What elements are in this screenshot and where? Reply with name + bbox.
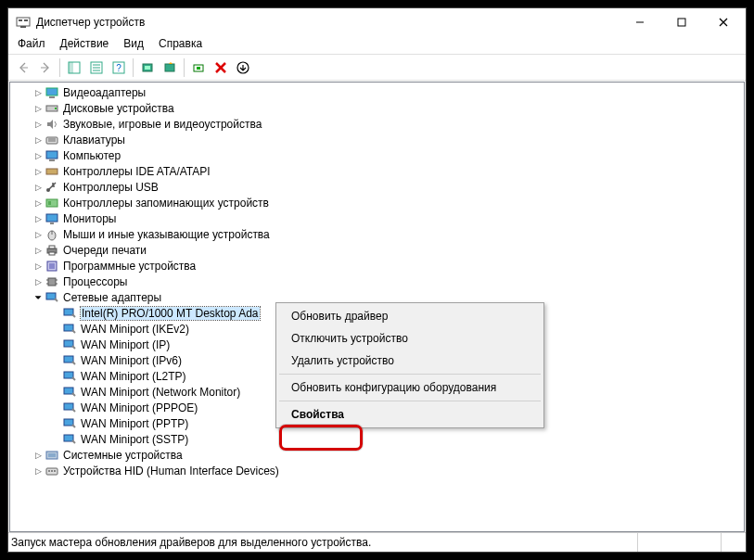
expand-icon[interactable]: ▷ [32, 260, 45, 273]
menu-action[interactable]: Действие [53, 36, 117, 54]
disk-icon [45, 101, 59, 116]
scan-button[interactable] [137, 57, 158, 78]
svg-rect-54 [64, 309, 73, 315]
svg-rect-48 [48, 278, 56, 286]
svg-rect-59 [64, 388, 73, 394]
sound-icon [45, 117, 59, 132]
device-tree[interactable]: ▷Видеоадаптеры ▷Дисковые устройства ▷Зву… [9, 82, 745, 532]
show-hide-button[interactable] [64, 57, 84, 78]
nic-icon [62, 353, 77, 368]
expand-icon[interactable]: ▷ [32, 86, 45, 99]
svg-rect-1 [19, 19, 22, 21]
menu-help[interactable]: Справка [151, 36, 210, 54]
toolbar-separator [184, 58, 185, 77]
svg-rect-5 [678, 19, 685, 26]
svg-rect-0 [17, 18, 30, 26]
svg-rect-3 [20, 26, 26, 28]
svg-rect-55 [64, 325, 73, 331]
minimize-button[interactable] [619, 9, 660, 35]
tree-node-system[interactable]: ▷Системные устройства [14, 447, 740, 463]
expand-icon[interactable]: ▷ [32, 212, 45, 225]
svg-point-66 [48, 470, 50, 472]
tree-node-storage[interactable]: ▷Контроллеры запоминающих устройств [14, 195, 740, 210]
ctx-uninstall-device[interactable]: Удалить устройство [278, 350, 542, 372]
tree-node-keyboard[interactable]: ▷Клавиатуры [14, 132, 740, 147]
svg-rect-38 [48, 201, 51, 205]
tree-node-computer[interactable]: ▷Компьютер [14, 147, 740, 163]
expand-icon[interactable]: ▷ [32, 181, 45, 194]
help-toolbar-button[interactable]: ? [109, 57, 129, 78]
window-title: Диспетчер устройств [36, 16, 619, 29]
nic-icon [62, 337, 77, 352]
tree-node-print[interactable]: ▷Очереди печати [14, 242, 740, 258]
expand-icon[interactable]: ▷ [32, 465, 45, 477]
nic-icon [62, 306, 77, 321]
install-button[interactable] [188, 57, 209, 78]
expand-icon[interactable]: ▷ [32, 197, 45, 210]
tree-node-mouse[interactable]: ▷Мыши и иные указывающие устройства [14, 226, 740, 242]
tree-node-cpu[interactable]: ▷Процессоры [14, 274, 740, 289]
ctx-scan-hardware[interactable]: Обновить конфигурацию оборудования [278, 376, 542, 399]
svg-rect-2 [24, 19, 28, 21]
menu-file[interactable]: Файл [10, 36, 53, 54]
software-icon [45, 259, 59, 274]
expand-icon[interactable]: ▷ [32, 134, 45, 146]
svg-rect-27 [49, 96, 55, 98]
expand-icon[interactable]: ▷ [32, 228, 45, 241]
collapse-icon[interactable]: ⏷ [32, 291, 45, 304]
svg-rect-58 [64, 372, 73, 378]
monitor-icon [45, 211, 59, 226]
svg-rect-53 [46, 293, 56, 299]
svg-rect-45 [49, 252, 55, 255]
cpu-icon [45, 274, 59, 289]
ctx-properties[interactable]: Свойства [278, 403, 542, 426]
tree-node-usb[interactable]: ▷Контроллеры USB [14, 179, 740, 195]
uninstall-button[interactable] [211, 57, 231, 78]
expand-icon[interactable]: ▷ [32, 149, 45, 162]
svg-rect-56 [64, 340, 73, 347]
tree-node-hid[interactable]: ▷Устройства HID (Human Interface Devices… [14, 463, 740, 478]
hid-icon [45, 464, 59, 478]
maximize-button[interactable] [660, 9, 702, 35]
status-text: Запуск мастера обновления драйверов для … [11, 536, 371, 549]
back-button[interactable] [13, 57, 33, 78]
forward-button[interactable] [35, 57, 56, 78]
expand-icon[interactable]: ▷ [32, 275, 45, 288]
titlebar: Диспетчер устройств [8, 8, 746, 36]
close-button[interactable] [702, 9, 744, 35]
properties-toolbar-button[interactable] [86, 57, 107, 78]
svg-text:?: ? [116, 63, 121, 73]
tree-node-video[interactable]: ▷Видеоадаптеры [14, 84, 740, 100]
statusbar: Запуск мастера обновления драйверов для … [8, 532, 746, 552]
ide-icon [45, 164, 59, 179]
svg-rect-33 [46, 151, 58, 159]
update-button[interactable] [160, 57, 180, 78]
tree-node-software[interactable]: ▷Программные устройства [14, 258, 740, 274]
tree-node-ide[interactable]: ▷Контроллеры IDE ATA/ATAPI [14, 163, 740, 179]
keyboard-icon [45, 133, 59, 147]
ctx-disable-device[interactable]: Отключить устройство [278, 327, 542, 350]
expand-icon[interactable]: ▷ [32, 102, 45, 115]
tree-node-monitor[interactable]: ▷Мониторы [14, 210, 740, 226]
tree-node-disk[interactable]: ▷Дисковые устройства [14, 100, 740, 116]
install-legacy-button[interactable] [233, 57, 253, 78]
context-menu: Обновить драйвер Отключить устройство Уд… [275, 302, 544, 428]
usb-icon [45, 180, 59, 195]
svg-rect-26 [46, 88, 58, 95]
svg-point-29 [55, 108, 57, 109]
expand-icon[interactable]: ▷ [32, 118, 45, 131]
tree-node-wan-sstp[interactable]: WAN Miniport (SSTP) [14, 431, 740, 447]
storage-icon [45, 196, 59, 210]
expand-icon[interactable]: ▷ [32, 449, 45, 462]
ctx-separator [279, 374, 541, 375]
toolbar-separator [59, 58, 60, 77]
svg-point-67 [51, 470, 53, 472]
expand-icon[interactable]: ▷ [32, 244, 45, 257]
tree-node-sound[interactable]: ▷Звуковые, игровые и видеоустройства [14, 116, 740, 132]
ctx-update-driver[interactable]: Обновить драйвер [278, 305, 542, 327]
menu-view[interactable]: Вид [116, 36, 151, 54]
svg-point-68 [54, 470, 56, 472]
display-icon [45, 85, 59, 100]
menubar: Файл Действие Вид Справка [8, 36, 746, 55]
expand-icon[interactable]: ▷ [32, 165, 45, 178]
